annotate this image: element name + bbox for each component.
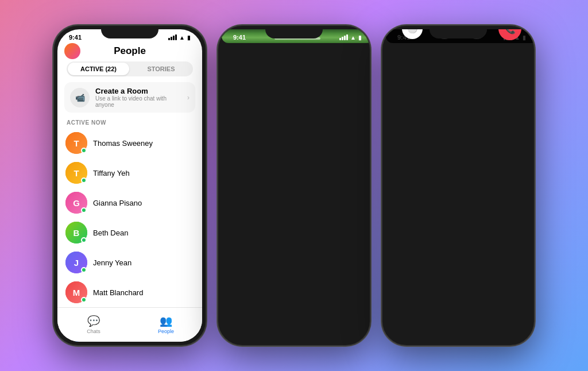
contact-name: Jenny Yean bbox=[93, 258, 131, 267]
avatar-jenny-yean: J bbox=[65, 252, 87, 273]
notch-2 bbox=[265, 26, 323, 38]
wifi-icon-1: ▲ bbox=[179, 34, 185, 41]
user-avatar-small[interactable] bbox=[64, 43, 80, 59]
online-indicator bbox=[81, 177, 87, 183]
contact-item[interactable]: M Matt Blanchard bbox=[57, 277, 202, 307]
people-label: People bbox=[158, 329, 174, 334]
avatar-matt-blanchard: M bbox=[65, 281, 87, 303]
wifi-icon-2: ▲ bbox=[350, 34, 356, 41]
contact-name: Tiffany Yeh bbox=[93, 169, 130, 177]
phone-3: 9:41 ▲ ▮ ⌄ 📷 🎥 bbox=[381, 25, 535, 346]
contact-item[interactable]: J Jenny Yean bbox=[57, 248, 202, 277]
contact-item[interactable]: G Gianna Pisano bbox=[57, 188, 202, 218]
bottom-navigation: 💬 Chats 👥 People bbox=[57, 307, 202, 342]
nav-chats[interactable]: 💬 Chats bbox=[57, 311, 130, 334]
signal-bars-2 bbox=[339, 34, 348, 40]
status-icons-2: ▲ ▮ bbox=[339, 34, 362, 41]
time-2: 9:41 bbox=[233, 34, 246, 41]
status-icons-1: ▲ ▮ bbox=[168, 34, 191, 41]
time-1: 9:41 bbox=[69, 34, 82, 41]
tab-active[interactable]: ACTIVE (22) bbox=[68, 63, 129, 75]
room-subtitle: Use a link to video chat with anyone bbox=[95, 95, 181, 108]
online-indicator bbox=[81, 207, 87, 213]
contact-item[interactable]: T Tiffany Yeh bbox=[57, 158, 202, 188]
battery-icon-2: ▮ bbox=[358, 34, 362, 41]
chats-icon: 💬 bbox=[87, 315, 100, 327]
screen-1: 9:41 ▲ ▮ People ACTIVE (22) STORIES bbox=[57, 29, 202, 342]
page-title: People bbox=[114, 45, 146, 57]
room-title: Create a Room bbox=[95, 87, 181, 95]
contact-name: Thomas Sweeney bbox=[93, 139, 153, 148]
contact-name: Matt Blanchard bbox=[93, 288, 143, 297]
avatar-gianna-pisano: G bbox=[65, 192, 87, 214]
chats-label: Chats bbox=[87, 329, 100, 334]
create-room-item[interactable]: 📹 Create a Room Use a link to video chat… bbox=[64, 82, 195, 113]
phone-1: 9:41 ▲ ▮ People ACTIVE (22) STORIES bbox=[53, 25, 207, 346]
avatar-beth-dean: B bbox=[65, 222, 87, 244]
online-indicator bbox=[81, 237, 87, 243]
avatar-tiffany-yeh: T bbox=[65, 162, 87, 184]
active-now-label: ACTIVE NOW bbox=[57, 115, 202, 128]
signal-bars-1 bbox=[168, 34, 177, 40]
online-indicator bbox=[81, 297, 87, 303]
room-icon: 📹 bbox=[70, 88, 90, 107]
end-call-button[interactable]: 📞 bbox=[498, 29, 521, 40]
online-indicator bbox=[81, 267, 87, 273]
contact-item[interactable]: T Thomas Sweeney bbox=[57, 128, 202, 158]
capture-button[interactable]: ⚪ bbox=[402, 29, 423, 39]
people-icon: 👥 bbox=[160, 315, 172, 327]
contact-name: Gianna Pisano bbox=[93, 199, 142, 207]
online-indicator bbox=[81, 148, 87, 153]
notch-1 bbox=[101, 26, 158, 38]
nav-people[interactable]: 👥 People bbox=[130, 311, 202, 334]
tabs-row: ACTIVE (22) STORIES bbox=[67, 61, 193, 76]
phone-2: 9:41 ▲ ▮ ⌄ 📷 🎥 ✕ Invite bbox=[217, 25, 371, 346]
battery-icon-1: ▮ bbox=[187, 34, 191, 41]
avatar-thomas-sweeney: T bbox=[65, 132, 87, 154]
tab-stories[interactable]: STORIES bbox=[130, 63, 192, 75]
people-header: People bbox=[57, 43, 202, 61]
contact-name: Beth Dean bbox=[93, 229, 128, 237]
notch-3 bbox=[430, 26, 487, 38]
room-chevron-icon: › bbox=[187, 94, 189, 102]
contact-item[interactable]: B Beth Dean bbox=[57, 218, 202, 248]
